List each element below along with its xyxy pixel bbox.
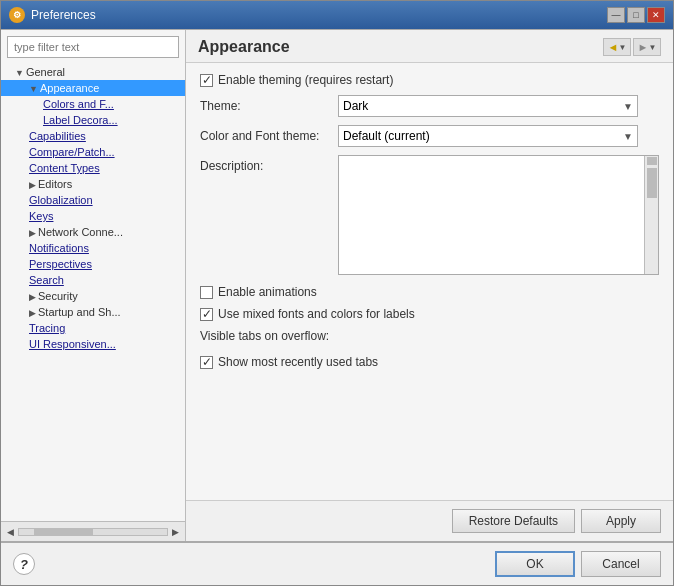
sidebar-scroll-bar: ◀ ▶ <box>1 521 185 541</box>
sidebar-item-perspectives[interactable]: Perspectives <box>1 256 185 272</box>
expand-arrow-general: ▼ <box>15 68 24 78</box>
show-recent-tabs-label[interactable]: Show most recently used tabs <box>200 355 378 369</box>
sidebar-item-general[interactable]: ▼General <box>1 64 185 80</box>
panel-title: Appearance <box>198 38 290 56</box>
expand-arrow-network: ▶ <box>29 228 36 238</box>
sidebar-item-globalization[interactable]: Globalization <box>1 192 185 208</box>
forward-dropdown-icon: ▼ <box>648 43 656 52</box>
close-button[interactable]: ✕ <box>647 7 665 23</box>
cancel-button[interactable]: Cancel <box>581 551 661 577</box>
back-button[interactable]: ◄ ▼ <box>603 38 631 56</box>
enable-theming-checkbox[interactable] <box>200 74 213 87</box>
visible-tabs-label: Visible tabs on overflow: <box>200 329 329 343</box>
description-box <box>338 155 659 275</box>
theme-dropdown-icon: ▼ <box>623 101 633 112</box>
sidebar-item-colors-fonts[interactable]: Colors and F... <box>1 96 185 112</box>
preferences-window: ⚙ Preferences — □ ✕ ▼General ▼Appearance <box>0 0 674 586</box>
sidebar-item-keys[interactable]: Keys <box>1 208 185 224</box>
panel-header: Appearance ◄ ▼ ► ▼ <box>186 30 673 63</box>
window-title: Preferences <box>31 8 96 22</box>
minimize-button[interactable]: — <box>607 7 625 23</box>
title-controls: — □ ✕ <box>607 7 665 23</box>
title-bar: ⚙ Preferences — □ ✕ <box>1 1 673 29</box>
sidebar-item-ui-responsiveness[interactable]: UI Responsiven... <box>1 336 185 352</box>
color-font-label: Color and Font theme: <box>200 129 330 143</box>
sidebar-item-editors[interactable]: ▶Editors <box>1 176 185 192</box>
title-bar-left: ⚙ Preferences <box>9 7 96 23</box>
theme-select[interactable]: Dark ▼ <box>338 95 638 117</box>
maximize-button[interactable]: □ <box>627 7 645 23</box>
sidebar-item-security[interactable]: ▶Security <box>1 288 185 304</box>
right-panel: Appearance ◄ ▼ ► ▼ <box>186 30 673 541</box>
back-dropdown-icon: ▼ <box>618 43 626 52</box>
enable-animations-row: Enable animations <box>200 285 659 299</box>
sidebar-item-content-types[interactable]: Content Types <box>1 160 185 176</box>
show-recent-tabs-row: Show most recently used tabs <box>200 355 659 369</box>
help-button[interactable]: ? <box>13 553 35 575</box>
sidebar-item-compare-patch[interactable]: Compare/Patch... <box>1 144 185 160</box>
forward-icon: ► <box>638 41 649 53</box>
color-font-dropdown-icon: ▼ <box>623 131 633 142</box>
dialog-footer: ? OK Cancel <box>1 541 673 585</box>
scroll-thumb <box>647 168 657 198</box>
color-font-value: Default (current) <box>343 129 430 143</box>
enable-animations-checkbox[interactable] <box>200 286 213 299</box>
expand-arrow-startup: ▶ <box>29 308 36 318</box>
sidebar-item-network[interactable]: ▶Network Conne... <box>1 224 185 240</box>
enable-theming-row: Enable theming (requires restart) <box>200 73 659 87</box>
back-icon: ◄ <box>608 41 619 53</box>
app-icon: ⚙ <box>9 7 25 23</box>
visible-tabs-row: Visible tabs on overflow: <box>200 329 659 347</box>
panel-toolbar: ◄ ▼ ► ▼ <box>603 38 661 56</box>
expand-arrow-security: ▶ <box>29 292 36 302</box>
enable-theming-label[interactable]: Enable theming (requires restart) <box>200 73 393 87</box>
expand-arrow-appearance: ▼ <box>29 84 38 94</box>
mixed-fonts-label[interactable]: Use mixed fonts and colors for labels <box>200 307 415 321</box>
sidebar-item-tracing[interactable]: Tracing <box>1 320 185 336</box>
sidebar: ▼General ▼Appearance Colors and F... Lab… <box>1 30 186 541</box>
tree-area: ▼General ▼Appearance Colors and F... Lab… <box>1 64 185 521</box>
filter-input[interactable] <box>7 36 179 58</box>
mixed-fonts-text: Use mixed fonts and colors for labels <box>218 307 415 321</box>
scroll-left-icon[interactable]: ◀ <box>5 527 16 537</box>
enable-theming-text: Enable theming (requires restart) <box>218 73 393 87</box>
panel-body: Enable theming (requires restart) Theme:… <box>186 63 673 500</box>
apply-button[interactable]: Apply <box>581 509 661 533</box>
description-scrollbar[interactable] <box>644 156 658 274</box>
mixed-fonts-row: Use mixed fonts and colors for labels <box>200 307 659 321</box>
ok-button[interactable]: OK <box>495 551 575 577</box>
scroll-right-icon[interactable]: ▶ <box>170 527 181 537</box>
theme-label: Theme: <box>200 99 330 113</box>
description-row: Description: <box>200 155 659 275</box>
sidebar-item-notifications[interactable]: Notifications <box>1 240 185 256</box>
restore-defaults-button[interactable]: Restore Defaults <box>452 509 575 533</box>
sidebar-item-appearance[interactable]: ▼Appearance <box>1 80 185 96</box>
expand-arrow-editors: ▶ <box>29 180 36 190</box>
color-font-row: Color and Font theme: Default (current) … <box>200 125 659 147</box>
description-label: Description: <box>200 155 330 173</box>
theme-row: Theme: Dark ▼ <box>200 95 659 117</box>
mixed-fonts-checkbox[interactable] <box>200 308 213 321</box>
enable-animations-text: Enable animations <box>218 285 317 299</box>
sidebar-item-capabilities[interactable]: Capabilities <box>1 128 185 144</box>
theme-value: Dark <box>343 99 368 113</box>
enable-animations-label[interactable]: Enable animations <box>200 285 317 299</box>
color-font-select[interactable]: Default (current) ▼ <box>338 125 638 147</box>
panel-footer: Restore Defaults Apply <box>186 500 673 541</box>
show-recent-tabs-text: Show most recently used tabs <box>218 355 378 369</box>
main-content: ▼General ▼Appearance Colors and F... Lab… <box>1 29 673 541</box>
sidebar-item-startup[interactable]: ▶Startup and Sh... <box>1 304 185 320</box>
sidebar-item-search[interactable]: Search <box>1 272 185 288</box>
sidebar-item-label-decor[interactable]: Label Decora... <box>1 112 185 128</box>
forward-button[interactable]: ► ▼ <box>633 38 661 56</box>
show-recent-tabs-checkbox[interactable] <box>200 356 213 369</box>
